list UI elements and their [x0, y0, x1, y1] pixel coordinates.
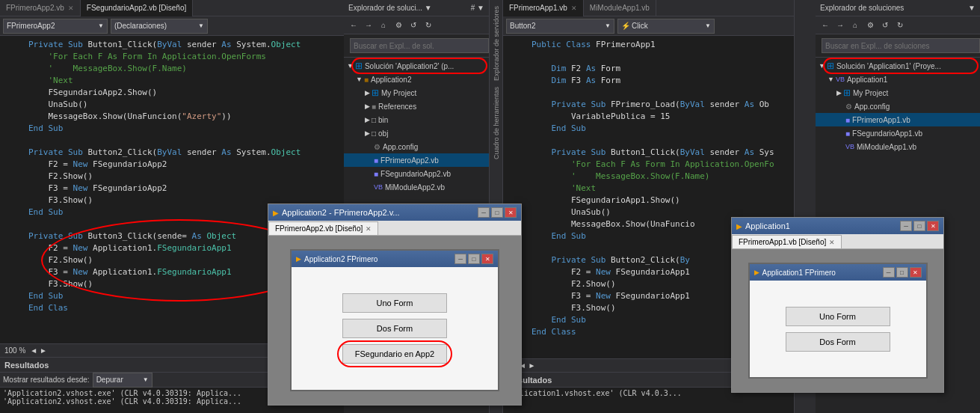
refresh2-icon[interactable]: ↻ — [893, 19, 907, 32]
close-button[interactable]: ✕ — [927, 221, 939, 231]
inner-form-app2: ▶ Application2 FPrimero ─ □ ✕ Uno Form D… — [290, 249, 499, 391]
tree-arrow-icon: ▼ — [347, 62, 354, 70]
class-dropdown-main[interactable]: Button2 ▼ — [506, 19, 614, 34]
class-dropdown-left[interactable]: FPrimeroApp2 ▼ — [3, 19, 108, 34]
form-btn-uno-app1[interactable]: Uno Form — [786, 307, 890, 326]
inner-close-button[interactable]: ✕ — [910, 267, 922, 278]
code-line: ' MessageBox.Show(F.Name) — [0, 63, 344, 75]
code-line: Private Sub Button1_Click(ByVal sender A… — [503, 147, 794, 159]
home-icon[interactable]: ⌂ — [377, 19, 390, 32]
minimize-button[interactable]: ─ — [900, 221, 912, 231]
tree-item-app1[interactable]: ▼ VB Application1 — [816, 73, 980, 86]
close-icon[interactable]: ✕ — [571, 4, 577, 12]
sol-explorer-toolbar: ← → ⌂ ⚙ ↺ ↻ — [344, 16, 489, 34]
method-dropdown-left[interactable]: (Declaraciones) ▼ — [111, 19, 208, 34]
tree-item-myproject-r[interactable]: ▶ ⊞ My Project — [816, 86, 980, 100]
tree-label: App.config — [383, 143, 418, 151]
form-btn-uno[interactable]: Uno Form — [342, 293, 447, 313]
nav-back-icon[interactable]: ← — [347, 19, 360, 32]
tree-item-myproject[interactable]: ▶ ⊞ My Project — [344, 86, 489, 100]
tree-item-solution1[interactable]: ▼ ⊞ Solución 'Application1' (Proye... — [816, 59, 980, 73]
inner-maximize-button[interactable]: □ — [896, 267, 908, 278]
sol-explorer-pin[interactable]: # ▼ — [471, 4, 484, 12]
vb-file-icon: ■ — [374, 170, 378, 178]
code-line: 'Next — [0, 75, 344, 87]
form-btn-dos[interactable]: Dos Form — [342, 319, 447, 338]
vs-logo-icon: ▶ — [736, 222, 742, 230]
left-toolbar: FPrimeroApp2 ▼ (Declaraciones) ▼ — [0, 16, 344, 36]
tree-item-solution2[interactable]: ▼ ⊞ Solución 'Application2' (p... — [344, 59, 489, 73]
maximize-button[interactable]: □ — [491, 207, 503, 218]
results-filter-dropdown[interactable]: Depurar ▼ — [93, 373, 152, 388]
main-tab-bar: FPrimeroApp1.vb ✕ MiModuleApp1.vb — [503, 0, 794, 16]
tree-item-appconfig-r[interactable]: ⚙ App.config — [816, 100, 980, 113]
home-icon[interactable]: ⌂ — [848, 19, 862, 32]
close-icon[interactable]: ✕ — [68, 4, 74, 12]
code-line — [503, 87, 794, 99]
tree-label: obj — [378, 129, 388, 138]
right-search-input[interactable] — [822, 38, 980, 53]
tree-item-mimodule-vb[interactable]: VB MiModuleApp2.vb — [344, 180, 489, 194]
tree-item-references[interactable]: ▶ ■ References — [344, 100, 489, 113]
method-dropdown-main[interactable]: ⚡ Click ▼ — [617, 19, 715, 34]
tree-item-obj[interactable]: ▶ □ obj — [344, 126, 489, 140]
tree-item-fprimero-r[interactable]: ■ FPrimeroApp1.vb — [816, 113, 980, 126]
minimize-button[interactable]: ─ — [478, 207, 490, 218]
zoom-arrows: ◄ ► — [30, 346, 47, 355]
tab-fsegundario-design[interactable]: FSegundarioApp2.vb [Diseño] — [81, 0, 193, 16]
code-line: 'For Each F As Form In Application.OpenF… — [0, 51, 344, 63]
close-icon[interactable]: ✕ — [829, 239, 835, 246]
tree-arrow-icon: ▶ — [365, 129, 370, 137]
nav-back-icon[interactable]: ← — [819, 19, 832, 32]
code-line: VariablePublica = 15 — [503, 111, 794, 123]
form-btn-fsegundario[interactable]: FSegundario en App2 — [342, 344, 447, 364]
float-titlebar-app1: ▶ Application1 ─ □ ✕ — [732, 218, 943, 234]
tab-mimodule-app1[interactable]: MiModuleApp1.vb — [584, 0, 656, 16]
tree-item-bin[interactable]: ▶ □ bin — [344, 113, 489, 126]
tree-item-app2[interactable]: ▼ ■ Application2 — [344, 73, 489, 86]
float-tab-label: FPrimeroApp2.vb [Diseño] — [275, 224, 363, 233]
float-tab-design[interactable]: FPrimeroApp2.vb [Diseño] ✕ — [268, 221, 378, 235]
toolbox-label[interactable]: Cuadro de herramientas — [491, 84, 502, 162]
vb-file-icon: ■ — [374, 156, 378, 165]
refresh2-icon[interactable]: ↻ — [422, 19, 435, 32]
tree-item-fsegundario-vb[interactable]: ■ FSegundarioApp2.vb — [344, 167, 489, 180]
tree-label: Application2 — [371, 76, 411, 84]
float-tab-design-app1[interactable]: FPrimeroApp1.vb [Diseño] ✕ — [732, 235, 842, 248]
code-line: F3 = New FSegundarioApp2 — [0, 183, 344, 195]
code-line: UnaSub() — [0, 99, 344, 111]
sol-search-input[interactable] — [350, 38, 489, 53]
close-icon[interactable]: ✕ — [366, 225, 372, 233]
tab-fprimero-app2[interactable]: FPrimeroApp2.vb ✕ — [0, 0, 81, 16]
close-button[interactable]: ✕ — [505, 207, 517, 218]
code-line: End Sub — [503, 123, 794, 135]
inner-form-content-app2: Uno Form Dos Form FSegundario en App2 — [292, 267, 498, 390]
inner-title-left: ▶ Application2 FPrimero — [296, 255, 377, 263]
tab-fprimero-app1[interactable]: FPrimeroApp1.vb ✕ — [503, 0, 584, 16]
maximize-button[interactable]: □ — [913, 221, 925, 231]
tab-label-fsegundario: FSegundarioApp2.vb [Diseño] — [87, 4, 186, 12]
tree-item-fsegundario-r[interactable]: ■ FSegundarioApp1.vb — [816, 126, 980, 140]
refresh-icon[interactable]: ↺ — [407, 19, 420, 32]
inner-maximize-button[interactable]: □ — [468, 254, 480, 264]
tree-label: MiModuleApp1.vb — [857, 143, 916, 151]
solution-icon: ⊞ — [827, 61, 834, 71]
right-pin[interactable]: ▼ — [968, 4, 976, 12]
tree-item-mimodule-r[interactable]: VB MiModuleApp1.vb — [816, 140, 980, 153]
vb-file-icon: ■ — [845, 116, 850, 124]
inner-close-button[interactable]: ✕ — [481, 254, 493, 264]
inner-form-title: Application2 FPrimero — [304, 255, 377, 263]
gear-icon[interactable]: ⚙ — [863, 19, 877, 32]
server-explorer-label[interactable]: Explorador de servidores — [491, 3, 502, 84]
main-toolbar: Button2 ▼ ⚡ Click ▼ — [503, 16, 794, 36]
nav-forward-icon[interactable]: → — [362, 19, 375, 32]
form-btn-dos-app1[interactable]: Dos Form — [786, 332, 890, 352]
nav-forward-icon[interactable]: → — [833, 19, 847, 32]
refresh-icon[interactable]: ↺ — [878, 19, 892, 32]
inner-minimize-button[interactable]: ─ — [883, 267, 895, 278]
gear-icon[interactable]: ⚙ — [392, 19, 405, 32]
tree-item-appconfig[interactable]: ⚙ App.config — [344, 140, 489, 153]
tree-item-fprimero-vb[interactable]: ■ FPrimeroApp2.vb — [344, 153, 489, 167]
inner-minimize-button[interactable]: ─ — [454, 254, 466, 264]
vb-project-icon: VB — [836, 76, 845, 83]
